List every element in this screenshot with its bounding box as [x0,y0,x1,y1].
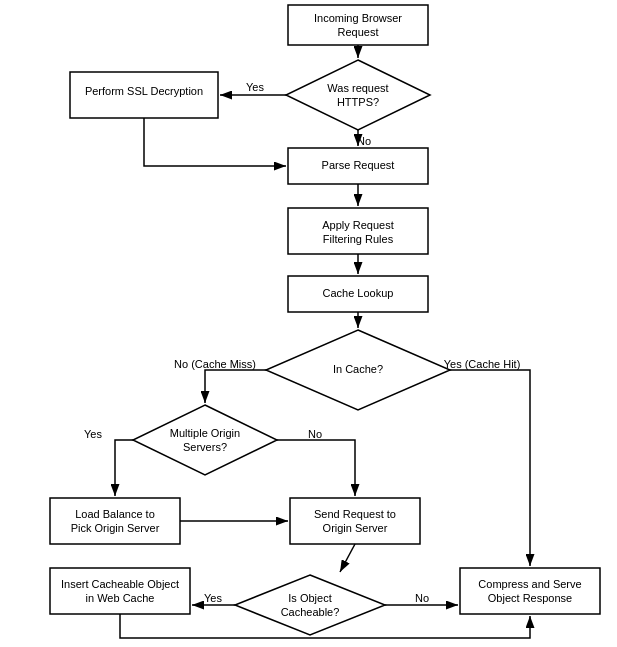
no-multiple-label: No [308,428,322,440]
send-request-label2: Origin Server [323,522,388,534]
cacheable-label2: Cacheable? [281,606,340,618]
compress-serve-label: Compress and Serve [478,578,581,590]
yes-cacheable-label: Yes [204,592,222,604]
cache-hit-label: Yes (Cache Hit) [444,358,521,370]
insert-cache-label: Insert Cacheable Object [61,578,179,590]
insert-cache-label2: in Web Cache [86,592,155,604]
filter-rules-label2: Filtering Rules [323,233,394,245]
https-question-label2: HTTPS? [337,96,379,108]
load-balance-label2: Pick Origin Server [71,522,160,534]
https-question-label: Was request [327,82,388,94]
filter-rules-label: Apply Request [322,219,394,231]
browser-request-label: Incoming Browser [314,12,402,24]
cacheable-label: Is Object [288,592,331,604]
send-request-label: Send Request to [314,508,396,520]
multiple-origins-label: Multiple Origin [170,427,240,439]
no-https-label: No [357,135,371,147]
no-cacheable-label: No [415,592,429,604]
svg-rect-5 [288,208,428,254]
in-cache-label: In Cache? [333,363,383,375]
multiple-origins-label2: Servers? [183,441,227,453]
cache-lookup-label: Cache Lookup [323,287,394,299]
yes-https-label: Yes [246,81,264,93]
ssl-decrypt-label: Perform SSL Decryption [85,85,203,97]
cache-miss-label: No (Cache Miss) [174,358,256,370]
load-balance-label: Load Balance to [75,508,155,520]
compress-serve-label2: Object Response [488,592,572,604]
svg-line-22 [340,544,355,572]
yes-multiple-label: Yes [84,428,102,440]
browser-request-label2: Request [338,26,379,38]
parse-request-label: Parse Request [322,159,395,171]
